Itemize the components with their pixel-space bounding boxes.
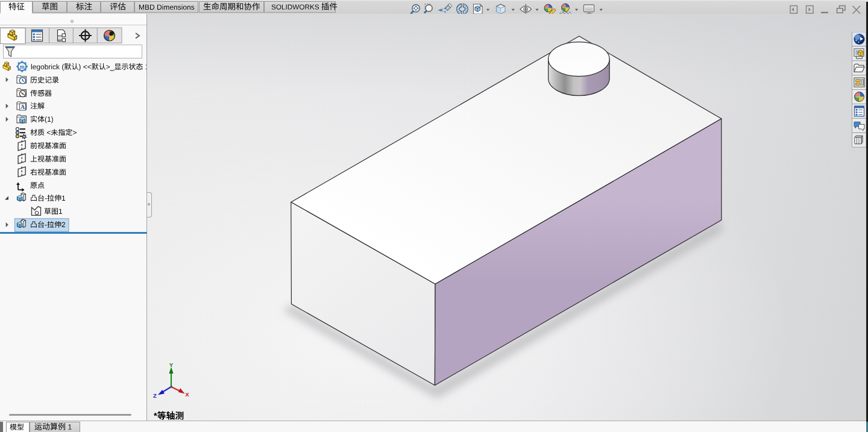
svg-text:X: X [185,391,189,398]
svg-text:Z: Z [153,392,157,399]
svg-text:Y: Y [169,362,174,368]
